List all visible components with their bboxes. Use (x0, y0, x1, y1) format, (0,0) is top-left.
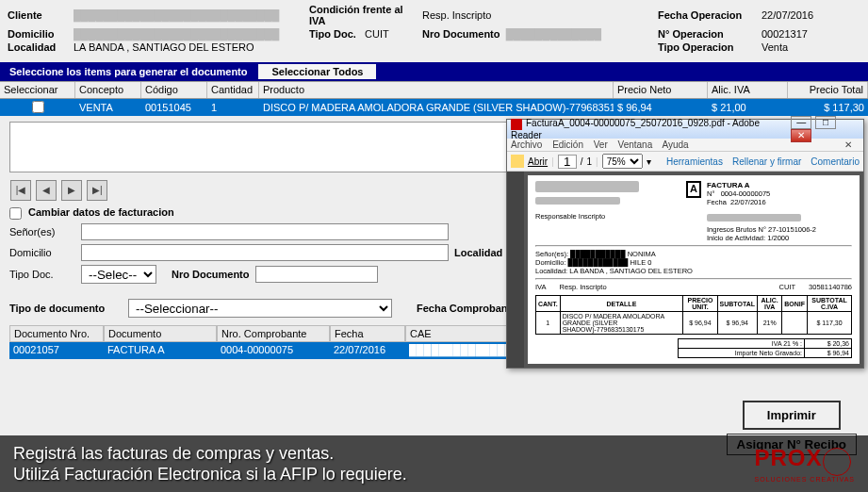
abrir-button[interactable]: Abrir (528, 156, 548, 167)
domicilio-input[interactable] (81, 244, 449, 261)
menu-ver[interactable]: Ver (594, 139, 608, 150)
header-panel: Cliente ████████████████████████████ Con… (0, 0, 868, 62)
footer-line-1: Registrá las facturas de compras y venta… (13, 443, 407, 465)
select-all-button[interactable]: Seleccionar Todos (258, 64, 376, 79)
comment-link[interactable]: Comentario (811, 156, 860, 167)
folder-icon[interactable] (511, 155, 524, 168)
row-checkbox[interactable] (32, 101, 44, 113)
localidad-label: Localidad (8, 41, 74, 53)
menu-ayuda[interactable]: Ayuda (662, 139, 688, 150)
fill-sign-link[interactable]: Rellenar y firmar (732, 156, 801, 167)
nop-value: 00021317 (762, 28, 808, 40)
senor-input[interactable] (81, 223, 449, 240)
tipodoc-label: Tipo Doc. (309, 28, 356, 40)
nrodoc2-label: Nro Documento (172, 269, 250, 280)
tipo-doc-label: Tipo de documento (9, 303, 123, 314)
override-billing-checkbox[interactable] (9, 207, 22, 220)
fecha-op-value: 22/07/2016 (762, 9, 813, 21)
brand-circle-icon (823, 448, 851, 476)
footer-overlay: Registrá las facturas de compras y venta… (0, 435, 868, 492)
items-bar: Seleccione los items para generar el doc… (0, 62, 868, 81)
pdf-window: FacturaA_0004-00000075_25072016_0928.pdf… (506, 119, 864, 369)
domicilio-value: ████████████████████████████ (74, 28, 279, 40)
localidad2-label: Localidad (454, 247, 502, 258)
menu-edicion[interactable]: Edición (552, 139, 583, 150)
pdf-sidebar[interactable] (507, 172, 524, 368)
menu-archivo[interactable]: Archivo (511, 139, 542, 150)
nav-next-icon[interactable]: ▶ (61, 180, 82, 201)
tools-link[interactable]: Herramientas (666, 156, 723, 167)
cond-iva-label: Condición frente al IVA (309, 4, 422, 26)
nop-label: N° Operacion (658, 28, 762, 40)
localidad-value: LA BANDA , SANTIAGO DEL ESTERO (74, 41, 658, 53)
senor-label: Señor(es) (9, 226, 75, 238)
tipodoc2-label: Tipo Doc. (9, 269, 75, 280)
override-billing-label: Cambiar datos de facturacion (28, 206, 174, 218)
tipodoc-select[interactable]: --Selec-- (81, 265, 156, 284)
maximize-button[interactable]: □ (815, 116, 836, 129)
nav-prev-icon[interactable]: ◀ (36, 180, 57, 201)
invoice-letter: A (686, 181, 701, 198)
pdf-reader-icon (511, 119, 522, 130)
nrodoc-input[interactable] (255, 266, 378, 283)
footer-line-2: Utilizá Facturación Electronica si la AF… (13, 464, 407, 485)
cliente-label: Cliente (8, 9, 74, 21)
tipoop-value: Venta (762, 41, 788, 53)
page-current-input[interactable] (558, 155, 577, 169)
domicilio2-label: Domicilio (9, 247, 75, 258)
domicilio-label: Domicilio (8, 28, 74, 40)
zoom-select[interactable]: 75% (602, 154, 643, 169)
nav-last-icon[interactable]: ▶| (87, 180, 107, 201)
menu-ventana[interactable]: Ventana (618, 139, 653, 150)
nav-first-icon[interactable]: |◀ (10, 180, 31, 201)
fecha-comp-label: Fecha Comprobante (417, 303, 516, 314)
tipodoc-value: CUIT (365, 28, 389, 40)
cond-iva-value: Resp. Inscripto (422, 9, 658, 21)
items-header: Seleccionar Concepto Código Cantidad Pro… (0, 81, 868, 99)
pdf-title: FacturaA_0004-00000075_25072016_0928.pdf… (511, 118, 760, 139)
close-button[interactable]: ✕ (791, 129, 811, 142)
imprimir-button[interactable]: Imprimir (743, 401, 841, 430)
nrodoc-value: █████████████ (506, 28, 601, 40)
zoom-dropdown-icon[interactable]: ▾ (647, 156, 651, 167)
items-bar-label: Seleccione los items para generar el doc… (4, 64, 253, 79)
tipo-doc-select[interactable]: --Seleccionar-- (128, 299, 392, 318)
minimize-button[interactable]: — (791, 116, 811, 129)
items-row[interactable]: VENTA 00151045 1 DISCO P/ MADERA AMOLADO… (0, 99, 868, 116)
fecha-op-label: Fecha Operacion (658, 9, 762, 21)
cliente-value: ████████████████████████████ (74, 9, 279, 21)
pdf-page: Responsable Inscripto A FACTURA A N° 000… (528, 175, 860, 364)
tipoop-label: Tipo Operacion (658, 41, 762, 53)
brand-logo: PROX SOLUCIONES CREATIVAS (755, 445, 855, 482)
page-total: 1 (587, 156, 593, 167)
nrodoc-label: Nro Documento (422, 28, 500, 40)
